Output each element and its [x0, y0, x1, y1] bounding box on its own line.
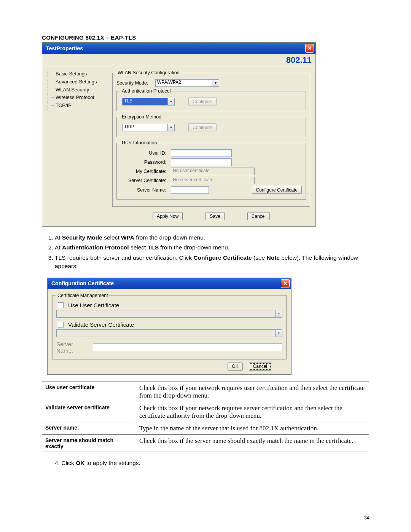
validate-server-cert-label: Validate Server Certificate [68, 321, 134, 328]
cancel-button[interactable]: Cancel [247, 212, 270, 220]
user-cert-dropdown[interactable]: ▼ [56, 310, 282, 318]
titlebar: TestProperties ✕ [42, 43, 315, 54]
validate-server-cert-checkbox[interactable] [58, 322, 64, 328]
step-2: At Authentication Protocol select TLS fr… [55, 243, 369, 252]
password-label: Password: [121, 160, 169, 165]
server-name-input[interactable] [93, 343, 282, 351]
close-icon[interactable]: ✕ [281, 279, 290, 288]
window-title: TestProperties [46, 45, 83, 51]
auth-protocol-group: Authentication Protocol TLS ▼ Configure [116, 88, 306, 111]
section-heading: CONFIGURING 802.1X – EAP-TLS [42, 34, 369, 41]
ok-button[interactable]: OK [228, 363, 242, 371]
security-mode-dropdown[interactable]: WPA/WPA2 ▼ [155, 79, 219, 87]
srvcert-field: No server certificate [171, 177, 255, 184]
encryption-group: Encryption Method TKIP ▼ Configure [116, 114, 306, 137]
userid-input[interactable] [171, 149, 232, 157]
tree-item[interactable]: Wireless Protocol [48, 94, 105, 102]
tree-item[interactable]: Advanced Settings [48, 78, 105, 86]
mycert-label: My Certificate: [121, 169, 169, 174]
close-icon[interactable]: ✕ [305, 44, 314, 53]
configure-button[interactable]: Configure [188, 97, 217, 105]
use-user-cert-checkbox[interactable] [58, 302, 64, 308]
step-3: TLS requires both server and user certif… [55, 254, 369, 271]
testproperties-window: TestProperties ✕ 802.11 Basic Settings A… [42, 42, 316, 227]
instruction-list: At Security Mode select WPA from the dro… [42, 233, 369, 271]
titlebar: Configuration Certificate ✕ [48, 278, 291, 289]
brand-label: 802.11 [42, 54, 315, 66]
tree-item[interactable]: TCP/IP [48, 102, 105, 110]
chevron-down-icon[interactable]: ▼ [168, 124, 175, 131]
save-button[interactable]: Save [206, 212, 224, 220]
auth-protocol-dropdown[interactable]: TLS ▼ [122, 98, 175, 105]
srvcert-label: Server Certificate: [121, 178, 169, 183]
apply-now-button[interactable]: Apply Now [153, 212, 183, 220]
server-cert-dropdown[interactable]: ▼ [56, 329, 282, 337]
chevron-down-icon[interactable]: ▼ [168, 98, 175, 105]
description-table: Use user certificateCheck this box if yo… [42, 382, 369, 452]
server-name-label: Server Name: [56, 341, 91, 354]
wlan-security-group: WLAN Security Configuration Security Mod… [112, 70, 310, 207]
configure-certificate-button[interactable]: Configure Certificate [252, 186, 302, 194]
chevron-down-icon[interactable]: ▼ [212, 79, 219, 87]
encryption-dropdown[interactable]: TKIP ▼ [122, 124, 175, 131]
nav-tree: Basic Settings Advanced Settings WLAN Se… [48, 70, 105, 225]
chevron-down-icon[interactable]: ▼ [276, 310, 282, 318]
config-certificate-window: Configuration Certificate ✕ Certificate … [47, 278, 292, 375]
user-info-group: User Information User ID: Password: My C… [116, 140, 306, 200]
tree-item[interactable]: WLAN Security [48, 86, 105, 94]
password-input[interactable] [171, 158, 232, 166]
table-row: Validate server certificateCheck this bo… [42, 402, 369, 422]
chevron-down-icon[interactable]: ▼ [276, 329, 282, 337]
window-title: Configuration Certificate [51, 280, 114, 286]
tree-item[interactable]: Basic Settings [48, 70, 105, 78]
srvname-label: Server Name: [121, 187, 169, 193]
step-4: 4. Click OK to apply the settings. [42, 460, 369, 466]
table-row: Server name:Type in the name of the serv… [42, 422, 369, 435]
configure-button[interactable]: Configure [188, 123, 217, 131]
table-row: Use user certificateCheck this box if yo… [42, 382, 369, 402]
table-row: Server name should match exactlyCheck th… [42, 435, 369, 452]
cancel-button[interactable]: Cancel [249, 363, 271, 371]
certificate-management-group: Certificate Management Use User Certific… [52, 293, 287, 359]
step-1: At Security Mode select WPA from the dro… [55, 233, 369, 242]
mycert-field: No user certificate [171, 168, 255, 175]
use-user-cert-label: Use User Certificate [68, 302, 119, 308]
security-mode-label: Security Mode: [116, 80, 153, 86]
userid-label: User ID: [121, 150, 169, 156]
server-name-input[interactable] [171, 186, 209, 194]
